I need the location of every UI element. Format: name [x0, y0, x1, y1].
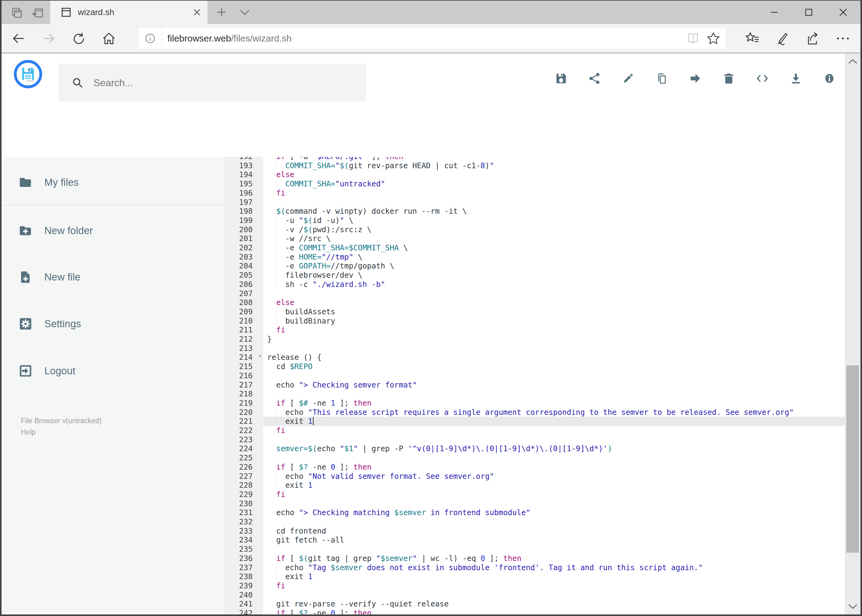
fold-marker-icon[interactable]: ▾ — [258, 353, 262, 359]
code-cell[interactable]: git fetch --all — [263, 536, 860, 545]
code-line[interactable]: 241 git rev-parse --verify --quiet relea… — [224, 599, 860, 609]
tab-preview-button[interactable] — [10, 6, 24, 20]
code-cell[interactable] — [263, 289, 860, 298]
browser-tab[interactable]: wizard.sh — [50, 1, 207, 24]
code-cell[interactable]: if [ -d "$REPO/.git" ]; then — [263, 157, 860, 161]
back-button[interactable] — [11, 31, 26, 46]
sidebar-item-my-files[interactable]: My files — [2, 165, 224, 199]
scrollbar-thumb[interactable] — [846, 365, 859, 553]
code-line[interactable]: 227 echo "Not valid semver format. See s… — [224, 472, 860, 481]
share-button[interactable] — [588, 72, 601, 85]
sidebar-item-logout[interactable]: Logout — [2, 354, 224, 388]
refresh-button[interactable] — [71, 31, 87, 46]
rename-button[interactable] — [622, 72, 634, 85]
code-cell[interactable]: COMMIT_SHA="untracked" — [263, 179, 860, 189]
code-cell[interactable]: exit 1 — [263, 481, 860, 490]
code-cell[interactable]: fi — [263, 490, 860, 499]
code-cell[interactable]: fi — [263, 581, 860, 591]
code-cell[interactable]: fi — [263, 325, 860, 335]
code-line[interactable]: 239 fi — [224, 581, 860, 591]
code-cell[interactable] — [263, 198, 860, 207]
address-bar[interactable]: filebrowser.web/files/wizard.sh — [138, 27, 726, 50]
share-page-button[interactable] — [798, 28, 828, 49]
code-line[interactable]: 237 echo "Tag $semver does not exist in … — [224, 563, 860, 572]
code-line[interactable]: 194 else — [224, 170, 860, 179]
search-box[interactable] — [58, 64, 366, 102]
code-line[interactable]: 197 — [224, 198, 860, 207]
code-cell[interactable]: echo "> Checking matching $semver in fro… — [263, 508, 860, 517]
maximize-button[interactable] — [791, 1, 826, 24]
code-cell[interactable]: else — [263, 170, 860, 179]
code-cell[interactable]: fi — [263, 426, 860, 435]
code-line[interactable]: 214▾release () { — [224, 353, 860, 362]
show-tab-previews-button[interactable] — [237, 6, 252, 19]
code-cell[interactable]: buildAssets — [263, 307, 860, 316]
code-line[interactable]: 236 if [ $(git tag | grep "$semver" | wc… — [224, 554, 860, 563]
code-cell[interactable]: echo "This release script requires a sin… — [263, 408, 860, 417]
code-line[interactable]: 224 semver=$(echo "$1" | grep -P '^v(0|[… — [224, 444, 860, 453]
code-cell[interactable] — [263, 499, 860, 508]
code-line[interactable]: 195 COMMIT_SHA="untracked" — [224, 179, 860, 189]
code-cell[interactable]: -u "$(id -u)" \ — [263, 216, 860, 225]
code-cell[interactable] — [263, 435, 860, 445]
code-cell[interactable]: -w //src \ — [263, 234, 860, 243]
code-line[interactable]: 223 — [224, 435, 860, 445]
code-cell[interactable]: -e HOME="//tmp" \ — [263, 253, 860, 262]
code-cell[interactable] — [263, 389, 860, 399]
code-cell[interactable]: buildBinary — [263, 316, 860, 326]
set-tabs-aside-button[interactable] — [31, 6, 45, 20]
code-cell[interactable]: cd $REPO — [263, 362, 860, 371]
code-line[interactable]: 228 exit 1 — [224, 481, 860, 490]
code-cell[interactable]: if [ $? -ne 0 ]; then — [263, 462, 860, 472]
sidebar-item-new-folder[interactable]: New folder — [2, 214, 224, 248]
code-cell[interactable]: COMMIT_SHA="$(git rev-parse HEAD | cut -… — [263, 161, 860, 170]
code-cell[interactable]: echo "> Checking semver format" — [263, 380, 860, 390]
code-line[interactable]: 200 -v /$(pwd):/src:z \ — [224, 225, 860, 234]
forward-button[interactable] — [41, 31, 56, 46]
reading-view-button[interactable] — [683, 29, 703, 48]
code-cell[interactable]: } — [263, 335, 860, 344]
scroll-down-icon[interactable] — [845, 600, 860, 613]
tab-close-button[interactable] — [190, 6, 204, 19]
web-note-pen-button[interactable] — [767, 28, 798, 49]
minimize-button[interactable] — [757, 1, 791, 24]
hub-favorites-button[interactable] — [738, 28, 767, 49]
code-cell[interactable] — [263, 371, 860, 380]
code-line[interactable]: 206 sh -c "./wizard.sh -b" — [224, 280, 860, 289]
new-tab-button[interactable] — [215, 6, 229, 19]
code-line[interactable]: 240 — [224, 591, 860, 600]
code-cell[interactable]: -v /$(pwd):/src:z \ — [263, 225, 860, 234]
vertical-scrollbar[interactable] — [845, 53, 860, 614]
search-input[interactable] — [93, 77, 340, 89]
raw-code-button[interactable] — [756, 72, 769, 85]
sidebar-item-new-file[interactable]: New file — [2, 260, 224, 294]
active-code-cell[interactable]: exit 1 — [263, 417, 860, 426]
code-cell[interactable]: if [ $? -ne 0 ]; then — [263, 609, 860, 614]
code-line[interactable]: 225 — [224, 453, 860, 462]
code-cell[interactable]: release () { — [263, 353, 860, 362]
code-line[interactable]: 196 fi — [224, 189, 860, 198]
code-cell[interactable]: semver=$(echo "$1" | grep -P '^v(0|[1-9]… — [263, 444, 860, 453]
delete-button[interactable] — [723, 72, 735, 85]
code-line[interactable]: 201 -w //src \ — [224, 234, 860, 243]
code-cell[interactable]: -e COMMIT_SHA=$COMMIT_SHA \ — [263, 243, 860, 253]
code-cell[interactable] — [263, 591, 860, 600]
code-line[interactable]: 198 $(command -v winpty) docker run --rm… — [224, 207, 860, 216]
code-cell[interactable]: -e GOPATH=//tmp/gopath \ — [263, 261, 860, 270]
code-line[interactable]: 235 — [224, 545, 860, 554]
code-line[interactable]: 222 fi — [224, 426, 860, 435]
scroll-up-icon[interactable] — [845, 55, 860, 68]
sidebar-item-settings[interactable]: Settings — [2, 307, 224, 341]
copy-button[interactable] — [656, 72, 668, 85]
code-line[interactable]: 210 buildBinary — [224, 316, 860, 326]
more-options-button[interactable] — [828, 28, 858, 49]
code-editor[interactable]: 192 if [ -d "$REPO/.git" ]; then193 COMM… — [224, 157, 860, 614]
code-line[interactable]: 232 — [224, 517, 860, 526]
code-line[interactable]: 220 echo "This release script requires a… — [224, 408, 860, 417]
code-line[interactable]: 233 cd frontend — [224, 526, 860, 536]
close-window-button[interactable] — [826, 1, 860, 24]
download-button[interactable] — [790, 72, 802, 85]
code-line[interactable]: 219 if [ $# -ne 1 ]; then — [224, 399, 860, 408]
code-cell[interactable]: exit 1 — [263, 572, 860, 581]
code-line[interactable]: 216 — [224, 371, 860, 380]
